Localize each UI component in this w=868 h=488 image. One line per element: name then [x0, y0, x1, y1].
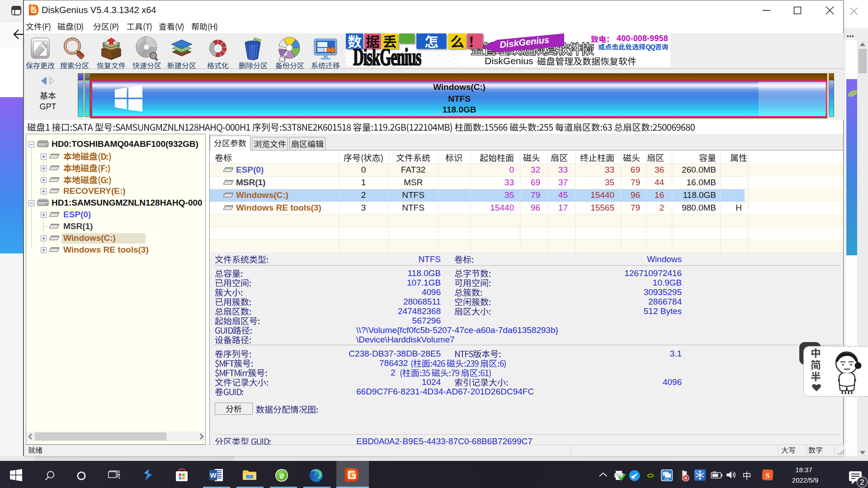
svg-text:S: S	[765, 471, 769, 480]
svg-text:W: W	[210, 471, 217, 479]
svg-text:intel: intel	[664, 478, 669, 480]
svg-text:2: 2	[860, 478, 864, 487]
